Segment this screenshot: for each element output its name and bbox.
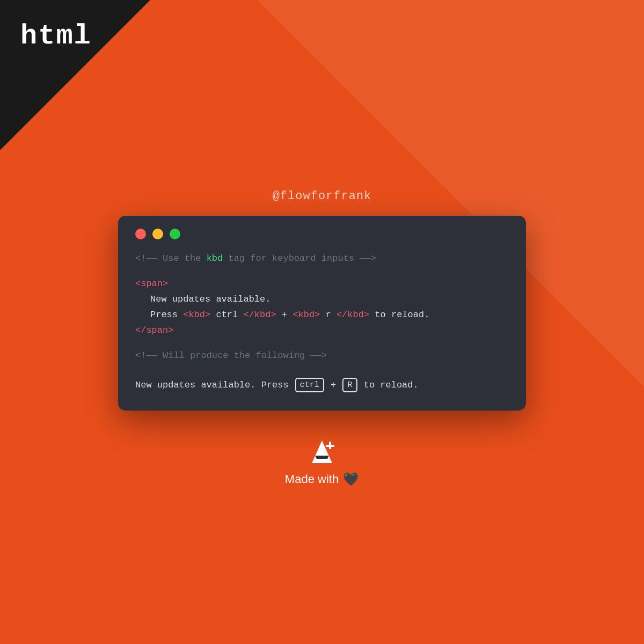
- kbd2-open-bracket2: >: [314, 310, 320, 320]
- main-content: @flowforfrank <!—— Use the kbd tag for k…: [0, 0, 644, 644]
- tag-bracket-close-open: >: [163, 279, 168, 289]
- kbd2-open-name: kbd: [298, 310, 314, 320]
- kbd-ctrl-display: ctrl: [295, 378, 324, 392]
- page-title: html: [20, 20, 92, 52]
- comment-text-1: <!—— Use the: [135, 253, 207, 264]
- footer-brand: Made with 🖤: [285, 436, 359, 487]
- span-open-line: <span>: [135, 276, 509, 292]
- tag-bracket-close2: >: [168, 325, 173, 335]
- result-plus: +: [331, 380, 336, 390]
- tag-bracket-open2: </: [135, 325, 146, 335]
- comment-line-1: <!—— Use the kbd tag for keyboard inputs…: [135, 251, 509, 267]
- comment-line-2: <!—— Will produce the following ——>: [135, 348, 509, 364]
- made-with-label: Made with: [285, 472, 339, 486]
- social-handle: @flowforfrank: [273, 189, 372, 203]
- result-suffix: to reload.: [364, 380, 419, 390]
- result-prefix: New updates available. Press: [135, 380, 289, 390]
- tag-bracket-open: <: [135, 279, 141, 289]
- kbd1-open-bracket2: >: [205, 310, 210, 320]
- aplus-logo-icon: [306, 436, 338, 467]
- r-text: r: [326, 310, 331, 320]
- kbd1-close-bracket: </: [243, 310, 254, 320]
- maximize-dot: [170, 229, 180, 239]
- code-block: <!—— Use the kbd tag for keyboard inputs…: [135, 251, 509, 393]
- tag-span-name-open: span: [141, 279, 163, 289]
- code-line-1: New updates available.: [135, 292, 509, 308]
- kbd1-open-name: kbd: [188, 310, 205, 320]
- svg-marker-1: [315, 456, 329, 459]
- kbd1-close-bracket2: >: [270, 310, 276, 320]
- traffic-lights: [135, 229, 509, 239]
- span-close-line: </span>: [135, 323, 509, 339]
- made-with-text: Made with 🖤: [285, 472, 359, 487]
- kbd2-close-bracket: </: [336, 310, 347, 320]
- kbd-r-display: R: [342, 378, 357, 392]
- kbd2-close-bracket2: >: [364, 310, 369, 320]
- press-text: Press: [150, 310, 183, 320]
- result-line: New updates available. Press ctrl + R to…: [135, 378, 509, 393]
- kbd1-open-bracket: <: [183, 310, 188, 320]
- comment-text-1b: tag for keyboard inputs ——>: [223, 253, 376, 264]
- code-line-2: Press <kbd> ctrl </kbd> + <kbd> r </kbd>…: [135, 308, 509, 323]
- plus-text: +: [282, 310, 287, 320]
- kbd2-open-bracket: <: [292, 310, 298, 320]
- heart-icon: 🖤: [343, 472, 359, 487]
- minimize-dot: [152, 229, 163, 239]
- svg-rect-3: [326, 445, 334, 447]
- ctrl-text: ctrl: [216, 310, 238, 320]
- kbd-highlight: kbd: [207, 253, 223, 264]
- kbd2-close-name: kbd: [347, 310, 364, 320]
- close-dot: [135, 229, 146, 239]
- tag-span-name-close: span: [146, 325, 168, 335]
- kbd1-close-name: kbd: [254, 310, 271, 320]
- to-reload-text: to reload.: [375, 310, 429, 320]
- comment-text-2: <!—— Will produce the following ——>: [135, 350, 327, 361]
- code-window: <!—— Use the kbd tag for keyboard inputs…: [118, 216, 526, 410]
